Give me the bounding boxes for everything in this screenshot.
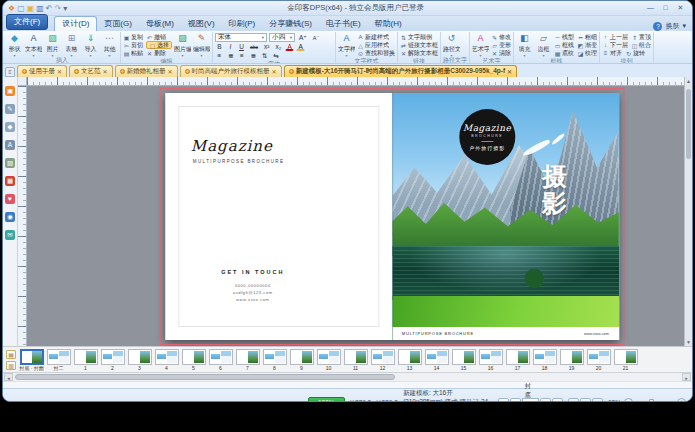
- font-style-button-0[interactable]: B: [215, 42, 224, 51]
- page-thumbnail-6[interactable]: 5: [181, 349, 206, 372]
- sidebar-item-shapes[interactable]: ◆: [5, 122, 15, 132]
- back-cover-page[interactable]: Magazine MULTIPURPOSE BROCHURE GET IN TO…: [165, 93, 392, 340]
- close-icon[interactable]: ✕: [272, 68, 277, 75]
- sidebar-item-images[interactable]: ▨: [5, 158, 15, 168]
- 底纹-button[interactable]: ▦底纹: [554, 49, 574, 57]
- 图片编辑-button[interactable]: ▨图片编辑▾: [174, 32, 191, 58]
- cover-vertical-title[interactable]: 摄影: [542, 163, 567, 217]
- horizontal-scroll-thumb[interactable]: [15, 374, 395, 380]
- maximize-button[interactable]: □: [659, 3, 672, 13]
- 表格-button[interactable]: ⊞表格▾: [63, 32, 80, 57]
- zoom-out-button[interactable]: −: [624, 398, 633, 402]
- view-mode-button-1[interactable]: ◫: [580, 398, 591, 403]
- 边框-button[interactable]: ▱边框▾: [535, 32, 552, 58]
- ribbon-tab-6[interactable]: 分享赚钱(S): [262, 17, 319, 31]
- ribbon-tab-7[interactable]: 电子书(E): [319, 17, 368, 31]
- canvas[interactable]: Magazine MULTIPURPOSE BROCHURE GET IN TO…: [27, 86, 684, 346]
- new-file-icon[interactable]: ▢: [17, 4, 25, 13]
- last-page-button[interactable]: ▶|: [552, 398, 563, 403]
- 对齐-button[interactable]: ≡对齐: [602, 49, 622, 57]
- horizontal-ruler[interactable]: [27, 77, 684, 86]
- align-button-3[interactable]: ≣: [248, 51, 257, 60]
- align-button-2[interactable]: ≡: [237, 51, 246, 60]
- shrink-font-button[interactable]: A⁻: [311, 33, 322, 42]
- next-page-button[interactable]: ▶: [540, 398, 551, 403]
- master-view-icon[interactable]: ▥: [6, 361, 16, 370]
- page-thumbnail-4[interactable]: 3: [127, 349, 152, 372]
- page-thumbnail-7[interactable]: 6: [208, 349, 233, 372]
- scroll-right-icon[interactable]: ▸: [682, 373, 691, 381]
- page-thumbnail-19[interactable]: 18: [532, 349, 557, 372]
- magazine-subtitle[interactable]: MULTIPURPOSE BROCHURE: [193, 159, 285, 164]
- page-thumbnail-17[interactable]: 16: [478, 349, 503, 372]
- ribbon-tab-2[interactable]: 页面(G): [97, 17, 139, 31]
- redo-icon[interactable]: ↷: [55, 4, 62, 13]
- page-thumbnail-2[interactable]: 1: [73, 349, 98, 372]
- zoom-slider[interactable]: [636, 402, 674, 403]
- page-thumbnail-21[interactable]: 20: [586, 349, 611, 372]
- document-tab-2[interactable]: 新婚婚礼相册✕: [115, 65, 178, 77]
- scroll-up-icon[interactable]: ▲: [685, 78, 692, 84]
- contact-block[interactable]: GET IN TOUCH 0000-00000000 asdfgh@123.co…: [189, 269, 317, 303]
- ribbon-tab-3[interactable]: 母板(M): [139, 17, 181, 31]
- sidebar-item-text-tool[interactable]: A: [5, 140, 15, 150]
- skin-caret-icon[interactable]: ▾: [682, 22, 686, 30]
- 文字样式-button[interactable]: A文字样式▾: [338, 32, 355, 58]
- zoom-slider-thumb[interactable]: [649, 399, 654, 403]
- align-button-4[interactable]: ⇅: [260, 51, 269, 60]
- 艺术字-button[interactable]: A艺术字▾: [472, 32, 489, 58]
- app-logo-icon[interactable]: ❖: [8, 4, 15, 13]
- close-button[interactable]: ✕: [674, 3, 687, 13]
- ribbon-tab-4[interactable]: 视图(V): [181, 17, 222, 31]
- font-style-button-3[interactable]: abc: [248, 42, 260, 51]
- help-icon[interactable]: ?: [653, 22, 662, 31]
- align-button-0[interactable]: ≡: [215, 51, 224, 60]
- 图片-button[interactable]: ▨图片▾: [44, 32, 61, 57]
- 导入-button[interactable]: ⇓导入▾: [82, 32, 99, 57]
- page-thumbnail-13[interactable]: 12: [370, 349, 395, 372]
- font-style-button-6[interactable]: A: [285, 42, 294, 51]
- 文本框-button[interactable]: A文本框▾: [25, 32, 42, 57]
- page-thumbnail-1[interactable]: 封二: [46, 349, 71, 372]
- front-cover-page[interactable]: Magazine BROCHURE 户外旅行摄影 摄影 MULTIPURPOSE…: [392, 93, 619, 340]
- page-thumbnail-12[interactable]: 11: [343, 349, 368, 372]
- magazine-title[interactable]: Magazine: [191, 137, 273, 155]
- cover-badge[interactable]: Magazine BROCHURE 户外旅行摄影: [459, 109, 515, 165]
- page-thumbnail-5[interactable]: 4: [154, 349, 179, 372]
- page-thumbnail-16[interactable]: 15: [451, 349, 476, 372]
- font-style-button-1[interactable]: I: [226, 42, 235, 51]
- sidebar-item-community[interactable]: ◉: [5, 212, 15, 222]
- ribbon-tab-1[interactable]: 设计(D): [54, 16, 97, 31]
- page-thumbnail-22[interactable]: 21: [613, 349, 638, 372]
- 删除-button[interactable]: ✕删除: [146, 49, 166, 57]
- zoom-in-button[interactable]: +: [677, 398, 686, 402]
- 粘贴-button[interactable]: ▤粘贴: [123, 49, 143, 57]
- first-page-button[interactable]: |◀: [498, 398, 509, 403]
- document-tab-4[interactable]: 新建模板-大16开骑马订-时尚高端的户外旅行摄影相册C30029-095k_4p…: [284, 65, 518, 77]
- view-mode-button-2[interactable]: ▦: [592, 398, 603, 403]
- align-button-5[interactable]: ⇆: [271, 51, 280, 60]
- 旋转-button[interactable]: ↻旋转: [625, 49, 645, 57]
- page-thumbnail-3[interactable]: 2: [100, 349, 125, 372]
- scroll-down-icon[interactable]: ▼: [685, 339, 692, 345]
- page-select[interactable]: 封底 - 封面 ▾: [522, 398, 539, 403]
- font-style-button-5[interactable]: x₂: [273, 42, 283, 51]
- view-mode-button-0[interactable]: ▭: [568, 398, 579, 403]
- 解除文本框-button[interactable]: ✕解除文本框: [400, 49, 438, 57]
- close-icon[interactable]: ✕: [507, 68, 512, 75]
- new-document-tab-button[interactable]: ≡: [5, 67, 15, 77]
- sidebar-item-favorites[interactable]: ♥: [5, 194, 15, 204]
- font-style-button-2[interactable]: U: [237, 42, 246, 51]
- prev-page-button[interactable]: ◀: [510, 398, 521, 403]
- close-icon[interactable]: ✕: [103, 68, 108, 75]
- 形状-button[interactable]: ◆形状▾: [6, 32, 23, 57]
- font-size-select[interactable]: 小四▾: [269, 33, 295, 42]
- close-icon[interactable]: ✕: [57, 68, 62, 75]
- 纹理-button[interactable]: ◪纹理: [577, 49, 597, 57]
- minimize-button[interactable]: —: [644, 3, 657, 13]
- scroll-left-icon[interactable]: ◂: [4, 373, 13, 381]
- open-file-icon[interactable]: ▣: [27, 4, 35, 13]
- document-tab-0[interactable]: 使用手册✕: [17, 65, 67, 77]
- vertical-ruler[interactable]: [18, 86, 27, 346]
- page-thumbnail-14[interactable]: 13: [397, 349, 422, 372]
